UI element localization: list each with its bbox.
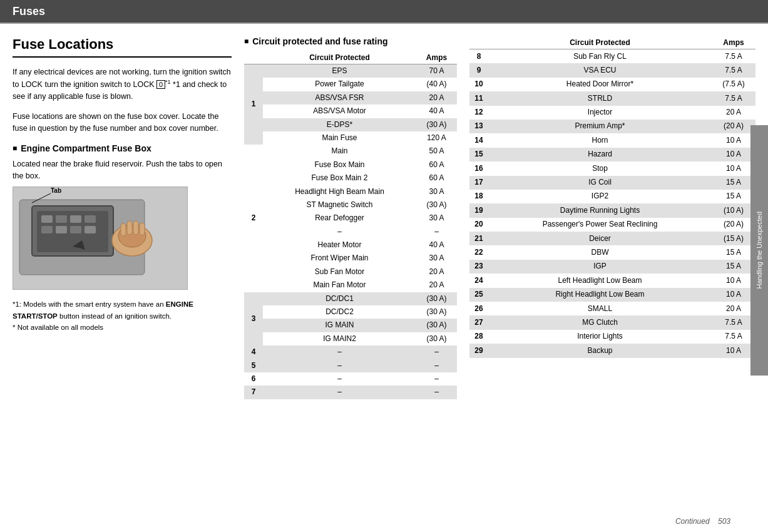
circuit-amps: 10 A xyxy=(712,148,755,161)
lock-box: 0 xyxy=(156,80,165,89)
svg-rect-7 xyxy=(84,215,96,223)
table-row: Main Fan Motor20 A xyxy=(244,279,457,292)
circuit-name: Passenger's Power Seat Reclining xyxy=(488,218,712,232)
fuse-circuit: E-DPS* xyxy=(263,118,416,131)
circuit-name: DBW xyxy=(488,245,712,259)
fuse-amps: 120 A xyxy=(416,131,457,145)
fuse-amps: – xyxy=(416,345,457,359)
fuse-amps: – xyxy=(416,225,457,238)
footnote: *1: Models with the smart entry system h… xyxy=(13,299,232,333)
circuit-num: 13 xyxy=(469,120,488,133)
table-row: 14Horn10 A xyxy=(469,133,755,147)
svg-rect-20 xyxy=(140,223,145,235)
circuit-amps: (20 A) xyxy=(712,120,755,133)
fuse-circuit: Fuse Box Main xyxy=(263,158,416,171)
fuse-amps: – xyxy=(416,372,457,386)
svg-rect-19 xyxy=(133,221,138,235)
table-row: Power Tailgate(40 A) xyxy=(244,78,457,91)
svg-rect-11 xyxy=(84,226,96,233)
fuse-circuit: EPS xyxy=(263,64,416,78)
circuit-num: 24 xyxy=(469,274,488,287)
table-row: 17IG Coil15 A xyxy=(469,176,755,190)
table-row: Fuse Box Main 260 A xyxy=(244,171,457,185)
table-row: 28Interior Lights7.5 A xyxy=(469,330,755,344)
left-column: Fuse Locations If any electrical devices… xyxy=(13,36,232,526)
circuit-amps: (20 A) xyxy=(712,218,755,232)
table-row: ABS/VSA Motor40 A xyxy=(244,105,457,118)
fuse-circuit: Front Wiper Main xyxy=(263,252,416,265)
circuit-amps: 10 A xyxy=(712,274,755,287)
fuse-row-num: 7 xyxy=(244,386,263,399)
col-circuit: Circuit Protected xyxy=(263,51,416,64)
svg-rect-8 xyxy=(41,226,53,233)
circuit-amps: (10 A) xyxy=(712,203,755,217)
table-row: 25Right Headlight Low Beam10 A xyxy=(469,288,755,302)
col-num xyxy=(244,51,263,64)
table-row: 24Left Headlight Low Beam10 A xyxy=(469,274,755,287)
circuit-num: 25 xyxy=(469,288,488,302)
header-title: Fuses xyxy=(13,5,45,18)
table-row: 5–– xyxy=(244,359,457,372)
svg-rect-9 xyxy=(56,226,67,233)
fuse-row-num: 6 xyxy=(244,372,263,386)
fuse-circuit: – xyxy=(263,386,416,399)
col-amps: Amps xyxy=(416,51,457,64)
page-title: Fuse Locations xyxy=(13,36,232,58)
table-row: 13Premium Amp*(20 A) xyxy=(469,120,755,133)
svg-rect-6 xyxy=(70,215,81,223)
circuit-name: STRLD xyxy=(488,91,712,105)
fuse-circuit: DC/DC1 xyxy=(263,292,416,305)
circuit-name: Premium Amp* xyxy=(488,120,712,133)
svg-rect-4 xyxy=(41,215,53,223)
svg-rect-10 xyxy=(70,226,81,233)
circuit-num: 18 xyxy=(469,190,488,203)
circuit-num: 29 xyxy=(469,344,488,357)
table-row: 10Heated Door Mirror*(7.5 A) xyxy=(469,78,755,91)
table-row: Front Wiper Main30 A xyxy=(244,252,457,265)
fuse-circuit: ST Magnetic Switch xyxy=(263,198,416,212)
table-row: 15Hazard10 A xyxy=(469,148,755,161)
fuse-amps: – xyxy=(416,386,457,399)
table-row: Sub Fan Motor20 A xyxy=(244,265,457,279)
middle-column: Circuit protected and fuse rating Circui… xyxy=(244,36,457,526)
table-row: IG MAIN2(30 A) xyxy=(244,332,457,345)
fuse-circuit: – xyxy=(263,345,416,359)
table-row: DC/DC2(30 A) xyxy=(244,305,457,319)
table-row: 20Passenger's Power Seat Reclining(20 A) xyxy=(469,218,755,232)
circuit-num: 12 xyxy=(469,106,488,120)
fuse-amps: (30 A) xyxy=(416,319,457,332)
table-row: IG MAIN(30 A) xyxy=(244,319,457,332)
circuit-amps: 7.5 A xyxy=(712,91,755,105)
right-col-num xyxy=(469,36,488,49)
circuit-amps: 15 A xyxy=(712,245,755,259)
fuse-circuit: – xyxy=(263,225,416,238)
footer-continued: Continued xyxy=(675,517,710,526)
fuse-amps: 50 A xyxy=(416,145,457,158)
svg-rect-18 xyxy=(127,221,132,235)
circuit-num: 20 xyxy=(469,218,488,232)
page-number: 503 xyxy=(718,517,730,526)
fuse-circuit: Heater Motor xyxy=(263,238,416,252)
fuse-amps: – xyxy=(416,359,457,372)
circuit-amps: 7.5 A xyxy=(712,330,755,344)
circuit-amps: (15 A) xyxy=(712,232,755,245)
fuse-amps: 30 A xyxy=(416,252,457,265)
circuit-num: 14 xyxy=(469,133,488,147)
circuit-amps: 15 A xyxy=(712,190,755,203)
circuit-amps: 20 A xyxy=(712,106,755,120)
circuit-amps: 10 A xyxy=(712,161,755,175)
fuse-amps: 30 A xyxy=(416,185,457,198)
fuse-row-num: 2 xyxy=(244,145,263,292)
table-row: 21Deicer(15 A) xyxy=(469,232,755,245)
fuse-amps: 20 A xyxy=(416,265,457,279)
circuit-num: 26 xyxy=(469,302,488,315)
fuse-circuit: Main xyxy=(263,145,416,158)
svg-rect-5 xyxy=(56,215,67,223)
circuit-name: Daytime Running Lights xyxy=(488,203,712,217)
fuse-amps: 40 A xyxy=(416,105,457,118)
circuit-amps: 15 A xyxy=(712,176,755,190)
table-row: E-DPS*(30 A) xyxy=(244,118,457,131)
fuse-amps: (30 A) xyxy=(416,198,457,212)
table-row: 8Sub Fan Rly CL7.5 A xyxy=(469,49,755,64)
table-row: 22DBW15 A xyxy=(469,245,755,259)
